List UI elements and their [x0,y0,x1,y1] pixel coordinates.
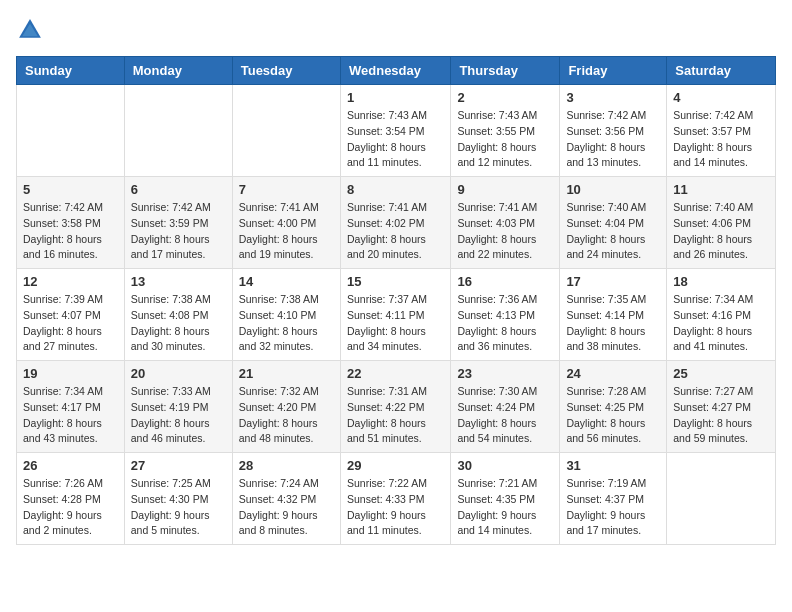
day-info: Sunrise: 7:33 AM Sunset: 4:19 PM Dayligh… [131,384,226,447]
day-number: 19 [23,366,118,381]
day-number: 9 [457,182,553,197]
calendar-cell-2-5: 17Sunrise: 7:35 AM Sunset: 4:14 PM Dayli… [560,269,667,361]
weekday-header-thursday: Thursday [451,57,560,85]
day-info: Sunrise: 7:39 AM Sunset: 4:07 PM Dayligh… [23,292,118,355]
day-number: 27 [131,458,226,473]
day-number: 23 [457,366,553,381]
day-number: 30 [457,458,553,473]
day-number: 15 [347,274,444,289]
day-number: 12 [23,274,118,289]
day-number: 5 [23,182,118,197]
day-info: Sunrise: 7:34 AM Sunset: 4:16 PM Dayligh… [673,292,769,355]
day-info: Sunrise: 7:41 AM Sunset: 4:03 PM Dayligh… [457,200,553,263]
calendar-cell-1-5: 10Sunrise: 7:40 AM Sunset: 4:04 PM Dayli… [560,177,667,269]
calendar-cell-2-6: 18Sunrise: 7:34 AM Sunset: 4:16 PM Dayli… [667,269,776,361]
calendar-cell-3-1: 20Sunrise: 7:33 AM Sunset: 4:19 PM Dayli… [124,361,232,453]
calendar-cell-4-4: 30Sunrise: 7:21 AM Sunset: 4:35 PM Dayli… [451,453,560,545]
day-number: 4 [673,90,769,105]
day-info: Sunrise: 7:26 AM Sunset: 4:28 PM Dayligh… [23,476,118,539]
day-info: Sunrise: 7:25 AM Sunset: 4:30 PM Dayligh… [131,476,226,539]
calendar-cell-2-1: 13Sunrise: 7:38 AM Sunset: 4:08 PM Dayli… [124,269,232,361]
calendar-cell-4-1: 27Sunrise: 7:25 AM Sunset: 4:30 PM Dayli… [124,453,232,545]
day-info: Sunrise: 7:43 AM Sunset: 3:54 PM Dayligh… [347,108,444,171]
day-number: 10 [566,182,660,197]
day-number: 14 [239,274,334,289]
day-info: Sunrise: 7:22 AM Sunset: 4:33 PM Dayligh… [347,476,444,539]
calendar-cell-0-0 [17,85,125,177]
day-number: 1 [347,90,444,105]
weekday-header-saturday: Saturday [667,57,776,85]
day-info: Sunrise: 7:21 AM Sunset: 4:35 PM Dayligh… [457,476,553,539]
weekday-header-tuesday: Tuesday [232,57,340,85]
day-number: 18 [673,274,769,289]
calendar-table: SundayMondayTuesdayWednesdayThursdayFrid… [16,56,776,545]
calendar-cell-3-6: 25Sunrise: 7:27 AM Sunset: 4:27 PM Dayli… [667,361,776,453]
weekday-header-sunday: Sunday [17,57,125,85]
day-info: Sunrise: 7:41 AM Sunset: 4:00 PM Dayligh… [239,200,334,263]
day-number: 17 [566,274,660,289]
day-number: 3 [566,90,660,105]
day-number: 13 [131,274,226,289]
calendar-cell-4-3: 29Sunrise: 7:22 AM Sunset: 4:33 PM Dayli… [340,453,450,545]
calendar-week-5: 26Sunrise: 7:26 AM Sunset: 4:28 PM Dayli… [17,453,776,545]
page-header [16,16,776,44]
day-info: Sunrise: 7:38 AM Sunset: 4:10 PM Dayligh… [239,292,334,355]
calendar-cell-4-5: 31Sunrise: 7:19 AM Sunset: 4:37 PM Dayli… [560,453,667,545]
calendar-cell-3-0: 19Sunrise: 7:34 AM Sunset: 4:17 PM Dayli… [17,361,125,453]
day-info: Sunrise: 7:31 AM Sunset: 4:22 PM Dayligh… [347,384,444,447]
day-info: Sunrise: 7:41 AM Sunset: 4:02 PM Dayligh… [347,200,444,263]
calendar-cell-4-0: 26Sunrise: 7:26 AM Sunset: 4:28 PM Dayli… [17,453,125,545]
calendar-cell-2-4: 16Sunrise: 7:36 AM Sunset: 4:13 PM Dayli… [451,269,560,361]
day-number: 29 [347,458,444,473]
calendar-cell-4-2: 28Sunrise: 7:24 AM Sunset: 4:32 PM Dayli… [232,453,340,545]
calendar-header-row: SundayMondayTuesdayWednesdayThursdayFrid… [17,57,776,85]
calendar-cell-0-5: 3Sunrise: 7:42 AM Sunset: 3:56 PM Daylig… [560,85,667,177]
calendar-cell-1-3: 8Sunrise: 7:41 AM Sunset: 4:02 PM Daylig… [340,177,450,269]
calendar-cell-2-3: 15Sunrise: 7:37 AM Sunset: 4:11 PM Dayli… [340,269,450,361]
logo-icon [16,16,44,44]
day-info: Sunrise: 7:24 AM Sunset: 4:32 PM Dayligh… [239,476,334,539]
day-info: Sunrise: 7:43 AM Sunset: 3:55 PM Dayligh… [457,108,553,171]
calendar-cell-0-1 [124,85,232,177]
day-number: 20 [131,366,226,381]
day-number: 7 [239,182,334,197]
day-info: Sunrise: 7:30 AM Sunset: 4:24 PM Dayligh… [457,384,553,447]
calendar-cell-4-6 [667,453,776,545]
day-number: 24 [566,366,660,381]
calendar-week-1: 1Sunrise: 7:43 AM Sunset: 3:54 PM Daylig… [17,85,776,177]
day-number: 28 [239,458,334,473]
calendar-cell-3-3: 22Sunrise: 7:31 AM Sunset: 4:22 PM Dayli… [340,361,450,453]
calendar-cell-3-4: 23Sunrise: 7:30 AM Sunset: 4:24 PM Dayli… [451,361,560,453]
day-number: 11 [673,182,769,197]
day-info: Sunrise: 7:42 AM Sunset: 3:59 PM Dayligh… [131,200,226,263]
calendar-cell-1-2: 7Sunrise: 7:41 AM Sunset: 4:00 PM Daylig… [232,177,340,269]
calendar-cell-1-0: 5Sunrise: 7:42 AM Sunset: 3:58 PM Daylig… [17,177,125,269]
day-info: Sunrise: 7:27 AM Sunset: 4:27 PM Dayligh… [673,384,769,447]
day-number: 21 [239,366,334,381]
day-number: 26 [23,458,118,473]
day-number: 8 [347,182,444,197]
day-info: Sunrise: 7:32 AM Sunset: 4:20 PM Dayligh… [239,384,334,447]
day-info: Sunrise: 7:42 AM Sunset: 3:57 PM Dayligh… [673,108,769,171]
calendar-cell-2-2: 14Sunrise: 7:38 AM Sunset: 4:10 PM Dayli… [232,269,340,361]
day-number: 22 [347,366,444,381]
day-number: 25 [673,366,769,381]
day-number: 2 [457,90,553,105]
calendar-cell-1-1: 6Sunrise: 7:42 AM Sunset: 3:59 PM Daylig… [124,177,232,269]
calendar-cell-2-0: 12Sunrise: 7:39 AM Sunset: 4:07 PM Dayli… [17,269,125,361]
calendar-week-3: 12Sunrise: 7:39 AM Sunset: 4:07 PM Dayli… [17,269,776,361]
day-info: Sunrise: 7:42 AM Sunset: 3:58 PM Dayligh… [23,200,118,263]
weekday-header-monday: Monday [124,57,232,85]
calendar-cell-0-4: 2Sunrise: 7:43 AM Sunset: 3:55 PM Daylig… [451,85,560,177]
weekday-header-wednesday: Wednesday [340,57,450,85]
calendar-week-2: 5Sunrise: 7:42 AM Sunset: 3:58 PM Daylig… [17,177,776,269]
calendar-cell-1-6: 11Sunrise: 7:40 AM Sunset: 4:06 PM Dayli… [667,177,776,269]
day-info: Sunrise: 7:40 AM Sunset: 4:06 PM Dayligh… [673,200,769,263]
calendar-cell-0-6: 4Sunrise: 7:42 AM Sunset: 3:57 PM Daylig… [667,85,776,177]
weekday-header-friday: Friday [560,57,667,85]
day-info: Sunrise: 7:35 AM Sunset: 4:14 PM Dayligh… [566,292,660,355]
day-info: Sunrise: 7:19 AM Sunset: 4:37 PM Dayligh… [566,476,660,539]
logo [16,16,48,44]
day-info: Sunrise: 7:38 AM Sunset: 4:08 PM Dayligh… [131,292,226,355]
day-info: Sunrise: 7:42 AM Sunset: 3:56 PM Dayligh… [566,108,660,171]
